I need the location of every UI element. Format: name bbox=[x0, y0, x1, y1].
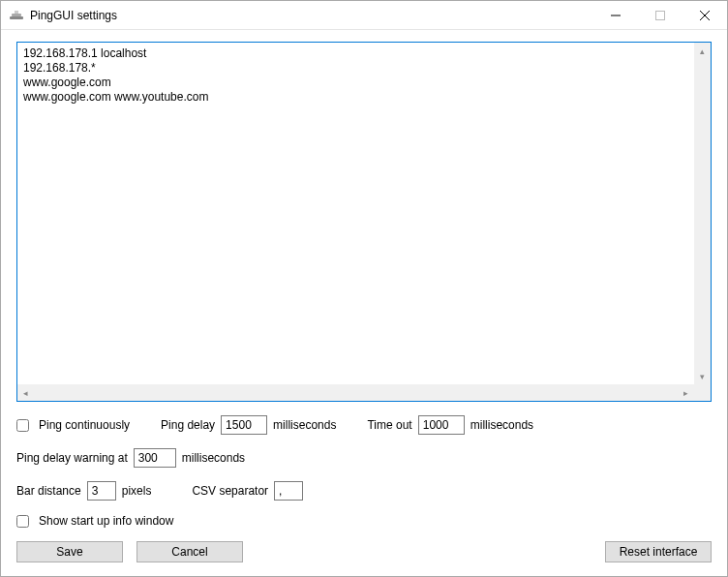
save-button[interactable]: Save bbox=[16, 541, 123, 562]
window-title: PingGUI settings bbox=[30, 9, 593, 22]
titlebar: PingGUI settings bbox=[1, 1, 727, 30]
svg-rect-4 bbox=[656, 11, 665, 19]
scroll-right-icon[interactable]: ▸ bbox=[678, 384, 694, 401]
row-delay-warning: Ping delay warning at milliseconds bbox=[16, 448, 712, 468]
bar-distance-label: Bar distance bbox=[16, 484, 81, 498]
vertical-scrollbar[interactable]: ▴ ▾ bbox=[694, 43, 711, 384]
bar-distance-input[interactable] bbox=[87, 481, 116, 501]
hosts-textarea-wrap: ▴ ▾ ◂ ▸ bbox=[16, 42, 712, 402]
content-area: ▴ ▾ ◂ ▸ Ping continuously Ping delay mil… bbox=[1, 30, 727, 576]
scroll-left-icon[interactable]: ◂ bbox=[17, 384, 34, 401]
svg-rect-1 bbox=[12, 14, 21, 16]
ping-delay-warning-input[interactable] bbox=[134, 448, 176, 468]
button-row: Save Cancel Reset interface bbox=[16, 541, 712, 562]
csv-separator-input[interactable] bbox=[274, 481, 303, 501]
hosts-textarea[interactable] bbox=[17, 43, 711, 384]
ping-delay-unit: milliseconds bbox=[273, 418, 336, 432]
bar-distance-unit: pixels bbox=[122, 484, 152, 498]
ping-delay-warning-unit: milliseconds bbox=[182, 451, 245, 465]
horizontal-scrollbar[interactable]: ◂ ▸ bbox=[17, 384, 694, 401]
scroll-down-icon[interactable]: ▾ bbox=[694, 368, 711, 384]
ping-delay-input[interactable] bbox=[221, 415, 267, 435]
ping-delay-label: Ping delay bbox=[161, 418, 215, 432]
minimize-button[interactable] bbox=[593, 1, 638, 29]
svg-rect-2 bbox=[15, 11, 18, 14]
row-startup: Show start up info window bbox=[16, 514, 712, 528]
cancel-button[interactable]: Cancel bbox=[136, 541, 243, 562]
scroll-up-icon[interactable]: ▴ bbox=[694, 43, 711, 59]
timeout-label: Time out bbox=[367, 418, 411, 432]
window-controls bbox=[593, 1, 727, 29]
close-button[interactable] bbox=[682, 1, 727, 29]
row-ping-delay: Ping continuously Ping delay millisecond… bbox=[16, 415, 712, 435]
timeout-input[interactable] bbox=[418, 415, 465, 435]
ping-continuously-checkbox[interactable] bbox=[16, 419, 29, 432]
csv-separator-label: CSV separator bbox=[192, 484, 268, 498]
timeout-unit: milliseconds bbox=[470, 418, 533, 432]
app-icon bbox=[9, 8, 24, 23]
maximize-button bbox=[638, 1, 682, 29]
reset-interface-button[interactable]: Reset interface bbox=[605, 541, 712, 562]
scrollbar-corner bbox=[694, 384, 711, 401]
show-startup-checkbox[interactable] bbox=[16, 515, 29, 528]
show-startup-label: Show start up info window bbox=[39, 514, 173, 528]
ping-continuously-label: Ping continuously bbox=[39, 418, 130, 432]
row-bar-csv: Bar distance pixels CSV separator bbox=[16, 481, 712, 501]
svg-rect-0 bbox=[10, 16, 23, 19]
ping-delay-warning-label: Ping delay warning at bbox=[16, 451, 128, 465]
